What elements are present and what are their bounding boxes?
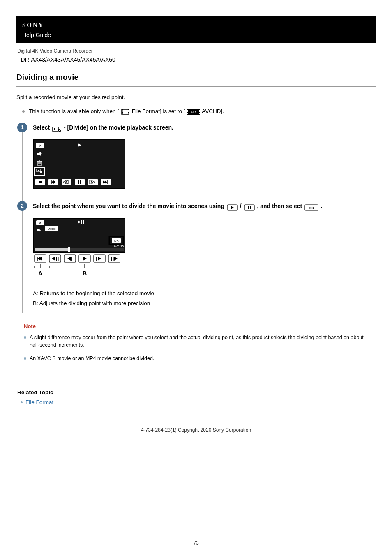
svg-rect-74 [83,220,84,224]
svg-rect-15 [199,113,200,114]
svg-rect-99 [111,257,112,261]
svg-rect-14 [199,111,200,112]
pause-button-icon [244,204,255,212]
step-2-title-suffix: . [321,203,323,209]
bullet-text-suffix: AVCHD]. [202,108,224,114]
svg-rect-48 [78,180,79,184]
page-number: 73 [0,539,392,547]
svg-point-36 [40,171,42,173]
svg-rect-59 [244,205,254,210]
file-format-link[interactable]: File Format [25,399,53,405]
svg-rect-5 [122,113,122,114]
hd-badge-icon: HD [187,109,200,117]
svg-rect-12 [187,113,188,114]
step-2-screenshot: × Divide OK [33,218,376,284]
step-2-title-mid2: , and then select [257,203,304,209]
bullet-text-prefix: This function is available only when [ [29,108,119,114]
intro-text: Split a recorded movie at your desired p… [16,93,376,102]
svg-text:OK: OK [114,239,119,243]
movie-options-icon [52,125,61,134]
step-2-desc: A: Returns to the beginning of the selec… [33,289,376,308]
svg-rect-61 [250,206,251,209]
svg-rect-10 [187,110,188,111]
copyright: 4-734-284-23(1) Copyright 2020 Sony Corp… [16,426,376,434]
step-2-desc-a: A: Returns to the beginning of the selec… [33,289,376,298]
step-2-number: 2 [17,201,27,211]
svg-text:HD: HD [191,110,196,114]
step-1-title-prefix: Select [33,124,51,131]
step-1-title-suffix: - [Divide] on the movie playback screen. [64,124,173,131]
help-guide-label: Help Guide [22,31,370,39]
product-family: FDR-AX43/AX43A/AX45/AX45A/AX60 [16,56,376,64]
step-1-title: Select - [Divide] on the movie playback … [33,123,376,134]
step-2: 2 Select the point where you want to div… [22,202,376,314]
film-icon [121,109,129,117]
svg-rect-11 [187,111,188,112]
svg-text:×: × [39,221,42,225]
svg-rect-13 [199,110,200,111]
svg-rect-100 [113,257,114,261]
bullet-item: This function is available only when [ F… [24,107,376,117]
svg-text:0:01:20: 0:01:20 [114,245,124,248]
note-item: An XAVC S movie or an MP4 movie cannot b… [24,355,368,363]
svg-rect-89 [58,257,59,261]
svg-rect-3 [122,110,122,111]
svg-rect-70 [37,229,39,231]
step-1: 1 Select - [Divide] on the movie playbac… [22,123,376,202]
svg-rect-49 [80,180,81,184]
step-1-screenshot: × [33,139,376,189]
svg-text:OK: OK [309,206,314,210]
svg-rect-80 [68,247,70,252]
svg-rect-39 [39,181,42,183]
svg-rect-88 [56,257,57,261]
step-2-title-mid: / [240,203,243,209]
svg-rect-7 [128,111,129,112]
svg-text:A: A [38,270,42,277]
svg-text:Divide: Divide [48,227,56,230]
note-block: Note A slight difference may occur from … [16,322,376,363]
play-button-icon [227,204,238,212]
svg-rect-65 [34,219,125,252]
bullet-text-mid: File Format] is set to [ [132,108,185,114]
product-line: Digital 4K Video Camera Recorder [16,47,376,55]
svg-text:×: × [39,143,42,148]
step-1-number: 1 [17,123,27,132]
svg-text:B: B [83,270,87,277]
svg-rect-4 [122,111,122,112]
svg-marker-18 [54,128,56,130]
related-item: File Format [21,398,375,407]
divider [16,375,376,376]
svg-rect-79 [35,248,69,251]
svg-rect-47 [75,179,85,185]
page-header: SONY Help Guide [16,16,376,43]
step-2-title: Select the point where you want to divid… [33,202,376,212]
brand-logo: SONY [22,21,370,30]
svg-rect-73 [81,220,82,224]
related-block: Related Topic File Format [16,388,376,407]
svg-rect-8 [128,113,129,114]
note-item: A slight difference may occur from the p… [24,334,368,349]
step-2-desc-b: B: Adjusts the dividing point with more … [33,299,376,308]
related-title: Related Topic [17,388,375,397]
page-title: Dividing a movie [16,72,376,87]
step-2-title-prefix: Select the point where you want to divid… [33,203,226,209]
note-title: Note [24,322,368,331]
svg-rect-6 [128,110,129,111]
svg-rect-60 [248,206,249,209]
ok-button-icon: OK [304,204,318,212]
